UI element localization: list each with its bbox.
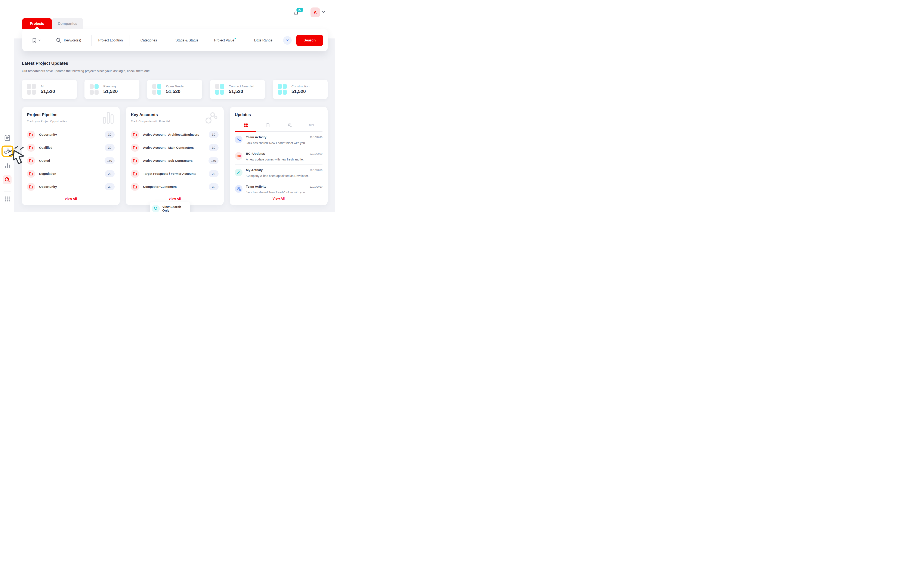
active-tab-indicator [235,131,256,132]
search-button[interactable]: Search [296,35,323,46]
stat-card-contract-awarded[interactable]: Contract Awarded 51,520 [210,80,265,99]
updates-tab-bci[interactable]: BCI [301,123,323,128]
count-badge: 30 [105,183,115,191]
grid-tiles-icon [152,84,161,95]
pipeline-row[interactable]: Qualified 30 [27,141,115,154]
avatar-letter: A [314,10,317,15]
search-icon [5,177,10,182]
sidebar-item-analytics[interactable] [5,163,10,168]
pipeline-row[interactable]: Negotiation 22 [27,167,115,180]
stat-label: Contract Awarded [229,84,254,88]
updates-view-all-container: View All [235,191,322,204]
view-search-only-button[interactable]: View Search Only [150,202,190,212]
panel-title: Updates [235,107,322,117]
expand-filters-button[interactable] [283,36,292,44]
project-pipeline-panel: Project Pipeline Track your Project Oppo… [22,107,120,205]
chevron-down-icon [38,39,41,41]
notifications-button[interactable]: 22 [294,8,305,16]
updates-tab-all[interactable] [235,123,257,128]
stat-card-all[interactable]: All 51,520 [22,80,77,99]
section-subtitle: Our researchers have updated the followi… [22,69,150,72]
update-title: My Activity [246,168,310,172]
avatar[interactable]: A [310,8,320,17]
sidebar-item-key-accounts[interactable] [2,145,13,157]
left-sidebar [0,0,14,212]
folder-icon [131,183,139,191]
stat-label: All [41,84,55,88]
dashboard-panels: Project Pipeline Track your Project Oppo… [22,107,328,205]
count-badge: 22 [105,170,115,178]
keyword-filter[interactable]: Keyword(s) [46,38,91,43]
apps-grid-icon [5,196,10,202]
folder-icon [131,156,139,165]
panel-title: Project Pipeline [27,107,115,117]
count-badge: 22 [209,170,219,178]
project-location-filter[interactable]: Project Location [92,38,130,42]
count-badge: 30 [209,131,219,138]
update-date: 22/10/2020 [310,136,322,139]
stat-card-open-tender[interactable]: Open Tender 51,520 [147,80,202,99]
categories-filter[interactable]: Categories [130,38,168,42]
tab-companies[interactable]: Companies [52,18,83,29]
stat-card-planning[interactable]: Planning 51,520 [84,80,139,99]
section-title: Latest Project Updates [22,61,68,66]
pipeline-view-all-link[interactable]: View All [27,193,115,204]
update-text: Jack has shared ‘New Leads’ folder with … [246,141,322,145]
updates-view-all-link[interactable]: View All [273,197,285,200]
stat-value: 51,520 [229,89,254,94]
saved-searches-button[interactable] [27,38,46,43]
key-account-row[interactable]: Active Account - Sub Contractors 130 [131,154,219,167]
stat-cards-row: All 51,520 Planning 51,520 Open Tender 5… [22,80,328,99]
project-value-filter[interactable]: Project Value [206,38,244,42]
clipboard-icon [5,135,10,141]
key-account-row[interactable]: Active Account - Architects/Engineers 30 [131,128,219,141]
sidebar-item-search[interactable] [3,175,12,184]
pipeline-row[interactable]: Quoted 130 [27,154,115,167]
folder-icon [27,183,35,191]
folder-icon [27,130,35,139]
count-badge: 30 [209,144,219,151]
update-date: 22/10/2020 [310,185,322,188]
updates-tab-tasks[interactable] [257,123,279,128]
bci-badge: BCI [235,152,243,160]
tab-projects[interactable]: Projects [22,18,52,29]
network-icon [4,148,11,154]
filter-active-dot [234,38,236,39]
grid-tiles-icon [27,84,36,95]
update-item[interactable]: My Activity 22/10/2020 ‘Company A’ has b… [235,165,322,181]
pipeline-row[interactable]: Opportunity 30 [27,180,115,193]
updates-list: Team Activity 22/10/2020 Jack has shared… [235,132,322,194]
sidebar-item-apps-menu[interactable] [5,196,10,202]
bar-chart-icon [5,163,10,168]
stage-status-filter[interactable]: Stage & Status [168,38,206,42]
search-icon [56,38,61,43]
pipeline-row[interactable]: Opportunity 30 [27,128,115,141]
notification-count-badge: 22 [296,8,303,12]
update-item[interactable]: Team Activity 22/10/2020 Jack has shared… [235,132,322,148]
stat-value: 51,520 [41,89,55,94]
count-badge: 30 [209,183,219,191]
key-account-row[interactable]: Target Prospects / Former Accounts 22 [131,167,219,180]
stat-label: Open Tender [166,84,184,88]
folder-icon [27,143,35,152]
main-tabs: Projects Companies [22,18,83,29]
folder-icon [131,169,139,178]
update-title: Team Activity [246,184,310,188]
stat-value: 51,520 [292,89,309,94]
account-menu-chevron-icon[interactable] [322,11,325,13]
key-account-row[interactable]: Competitor Customers 30 [131,180,219,193]
grid-tiles-icon [89,84,99,95]
person-icon [235,169,243,176]
count-badge: 30 [105,131,115,138]
updates-panel: Updates [230,107,328,205]
sidebar-item-projects[interactable] [5,135,10,141]
update-item[interactable]: BCI BCI Updates 22/10/2020 A new update … [235,148,322,165]
updates-tab-team[interactable] [279,123,301,128]
stat-card-construction[interactable]: Construction 51,520 [273,80,328,99]
grid-tiles-icon [215,84,224,95]
date-range-filter[interactable]: Date Range [244,38,282,42]
updates-tab-underline [235,131,322,132]
search-icon-circle [152,205,160,212]
key-account-row[interactable]: Active Account - Main Contractors 30 [131,141,219,154]
key-accounts-list: Active Account - Architects/Engineers 30… [131,128,219,193]
